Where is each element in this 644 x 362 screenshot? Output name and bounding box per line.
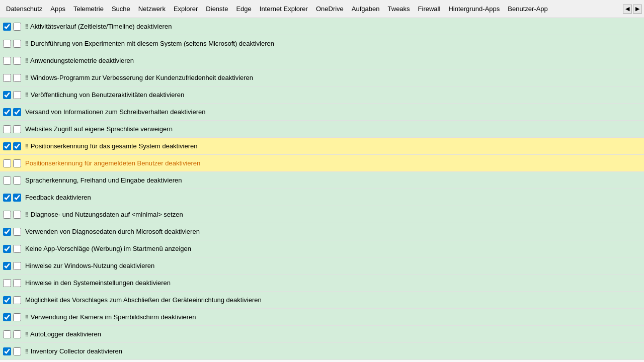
row-label: Websites Zugriff auf eigene Sprachliste …: [25, 125, 173, 133]
nav-next-button[interactable]: ▶: [633, 5, 642, 14]
checkbox-secondary[interactable]: [13, 262, 21, 270]
row-label: Verwenden von Diagnosedaten durch Micros…: [25, 228, 200, 235]
checkbox-group: [3, 57, 21, 65]
row-label: Keine App-Vorschläge (Werbung) im Startm…: [25, 245, 191, 252]
table-row: Feedback deaktivieren: [0, 189, 644, 206]
checkbox-secondary[interactable]: [13, 142, 21, 150]
menu-item-dienste[interactable]: Dienste: [202, 3, 232, 15]
checkbox-primary[interactable]: [3, 176, 11, 185]
menu-item-aufgaben[interactable]: Aufgaben: [348, 3, 384, 15]
checkbox-secondary[interactable]: [13, 125, 21, 133]
checkbox-primary[interactable]: [3, 347, 11, 355]
checkbox-secondary[interactable]: [13, 194, 21, 202]
table-row: Hinweise in den Systemeinstellungen deak…: [0, 275, 644, 292]
table-row: Hinweise zur Windows-Nutzung deaktiviere…: [0, 257, 644, 275]
checkbox-secondary[interactable]: [13, 74, 21, 82]
checkbox-group: [3, 176, 21, 185]
table-row: Verwenden von Diagnosedaten durch Micros…: [0, 223, 644, 240]
checkbox-group: [3, 125, 21, 133]
row-label: !! AutoLogger deaktivieren: [25, 330, 101, 338]
table-row: !! Inventory Collector deaktivieren: [0, 343, 644, 360]
row-label: Spracherkennung, Freihand und Eingabe de…: [25, 176, 182, 184]
checkbox-secondary[interactable]: [13, 91, 21, 99]
checkbox-secondary[interactable]: [13, 211, 21, 219]
checkbox-group: [3, 91, 21, 99]
checkbox-group: [3, 74, 21, 82]
table-row: !! Aktivitätsverlauf (Zeitleiste/Timelin…: [0, 18, 644, 35]
checkbox-secondary[interactable]: [13, 23, 21, 31]
checkbox-primary[interactable]: [3, 296, 11, 304]
checkbox-group: [3, 245, 21, 253]
row-label: !! Verwendung der Kamera im Sperrbildsch…: [25, 313, 196, 321]
table-row: !! Verwendung der Kamera im Sperrbildsch…: [0, 309, 644, 326]
row-label: Hinweise in den Systemeinstellungen deak…: [25, 279, 171, 287]
checkbox-primary[interactable]: [3, 40, 11, 48]
checkbox-secondary[interactable]: [13, 108, 21, 116]
checkbox-secondary[interactable]: [13, 313, 21, 321]
checkbox-primary[interactable]: [3, 194, 11, 202]
checkbox-primary[interactable]: [3, 159, 11, 167]
checkbox-primary[interactable]: [3, 211, 11, 219]
row-label: !! Diagnose- und Nutzungsdaten auf <mini…: [25, 211, 183, 218]
checkbox-primary[interactable]: [3, 313, 11, 321]
checkbox-secondary[interactable]: [13, 279, 21, 287]
checkbox-secondary[interactable]: [13, 245, 21, 253]
checkbox-group: [3, 228, 21, 236]
menu-item-apps[interactable]: Apps: [46, 3, 69, 15]
row-label: Möglichkeit des Vorschlages zum Abschlie…: [25, 296, 262, 304]
nav-prev-button[interactable]: ◀: [623, 5, 632, 14]
menu-nav-buttons: ◀ ▶: [623, 5, 642, 14]
checkbox-group: [3, 347, 21, 355]
menu-item-firewall[interactable]: Firewall: [414, 3, 445, 15]
checkbox-primary[interactable]: [3, 108, 11, 116]
menu-item-onedrive[interactable]: OneDrive: [312, 3, 348, 15]
checkbox-secondary[interactable]: [13, 40, 21, 48]
checkbox-primary[interactable]: [3, 245, 11, 253]
menu-item-telemetrie[interactable]: Telemetrie: [69, 3, 108, 15]
menu-item-netzwerk[interactable]: Netzwerk: [134, 3, 170, 15]
menu-item-tweaks[interactable]: Tweaks: [384, 3, 414, 15]
checkbox-group: [3, 108, 21, 116]
checkbox-primary[interactable]: [3, 125, 11, 133]
checkbox-primary[interactable]: [3, 142, 11, 150]
checkbox-primary[interactable]: [3, 330, 11, 338]
row-label: !! Aktivitätsverlauf (Zeitleiste/Timelin…: [25, 23, 172, 30]
menu-item-edge[interactable]: Edge: [232, 3, 255, 15]
menu-item-hintergrund-apps[interactable]: Hintergrund-Apps: [444, 3, 504, 15]
table-row: !! AutoLogger deaktivieren: [0, 326, 644, 343]
checkbox-group: [3, 330, 21, 338]
checkbox-group: [3, 194, 21, 202]
checkbox-primary[interactable]: [3, 279, 11, 287]
checkbox-secondary[interactable]: [13, 330, 21, 338]
checkbox-group: [3, 296, 21, 304]
checkbox-primary[interactable]: [3, 262, 11, 270]
checkbox-secondary[interactable]: [13, 228, 21, 236]
checkbox-secondary[interactable]: [13, 347, 21, 355]
checkbox-primary[interactable]: [3, 91, 11, 99]
table-row: Versand von Informationen zum Schreibver…: [0, 104, 644, 121]
row-label: !! Inventory Collector deaktivieren: [25, 347, 122, 355]
menu-item-internet-explorer[interactable]: Internet Explorer: [256, 3, 312, 15]
checkbox-group: [3, 313, 21, 321]
table-row: !! Windows-Programm zur Verbesserung der…: [0, 69, 644, 86]
checkbox-secondary[interactable]: [13, 57, 21, 65]
row-label: !! Windows-Programm zur Verbesserung der…: [25, 74, 253, 81]
menu-item-suche[interactable]: Suche: [108, 3, 134, 15]
table-row: Spracherkennung, Freihand und Eingabe de…: [0, 172, 644, 189]
checkbox-secondary[interactable]: [13, 296, 21, 304]
menu-item-datenschutz[interactable]: Datenschutz: [2, 3, 46, 15]
checkbox-secondary[interactable]: [13, 176, 21, 185]
menu-item-explorer[interactable]: Explorer: [170, 3, 202, 15]
checkbox-group: [3, 40, 21, 48]
checkbox-primary[interactable]: [3, 23, 11, 31]
checkbox-secondary[interactable]: [13, 159, 21, 167]
checkbox-primary[interactable]: [3, 228, 11, 236]
checkbox-group: [3, 262, 21, 270]
table-row: Möglichkeit des Vorschlages zum Abschlie…: [0, 292, 644, 309]
table-row: Keine App-Vorschläge (Werbung) im Startm…: [0, 240, 644, 257]
menu-item-benutzer-app[interactable]: Benutzer-App: [504, 3, 552, 15]
table-row: Websites Zugriff auf eigene Sprachliste …: [0, 121, 644, 138]
checkbox-primary[interactable]: [3, 57, 11, 65]
checkbox-primary[interactable]: [3, 74, 11, 82]
table-row: !! Anwendungstelemetrie deaktivieren: [0, 52, 644, 69]
